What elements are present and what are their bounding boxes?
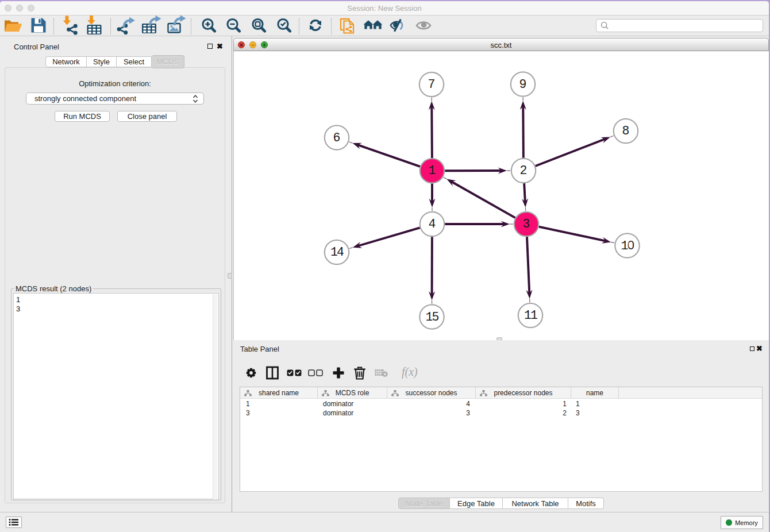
svg-text:4: 4 [429, 217, 436, 231]
svg-text:11: 11 [524, 309, 537, 322]
svg-text:6: 6 [333, 131, 341, 145]
svg-text:14: 14 [330, 245, 344, 259]
svg-text:2: 2 [520, 164, 528, 178]
svg-text:15: 15 [426, 310, 439, 324]
svg-text:3: 3 [523, 217, 530, 231]
svg-text:9: 9 [519, 78, 527, 91]
svg-text:8: 8 [622, 124, 630, 138]
svg-text:7: 7 [428, 78, 436, 91]
svg-text:1: 1 [429, 164, 436, 178]
